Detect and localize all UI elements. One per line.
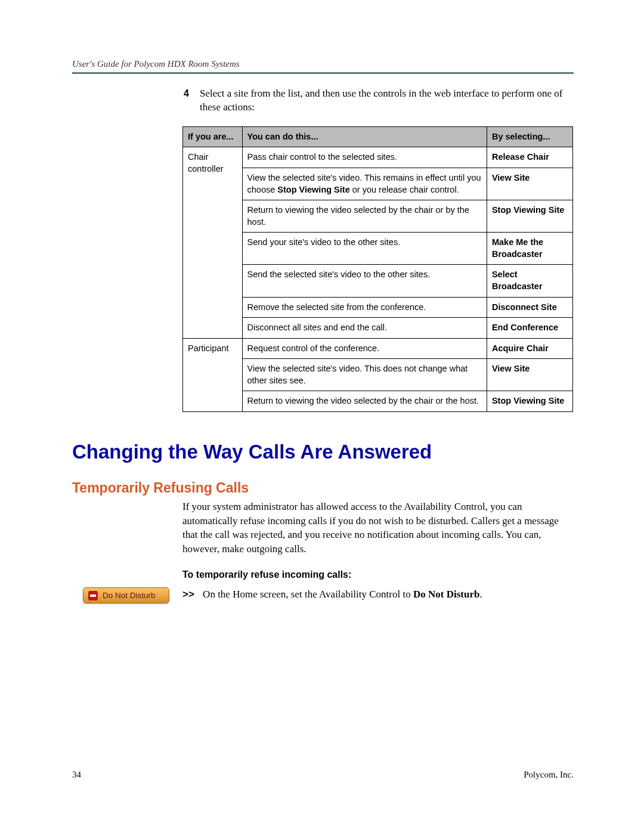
cell-action: View the selected site's video. This rem… xyxy=(242,168,487,200)
step-text: Select a site from the list, and then us… xyxy=(200,88,563,113)
footer: 34 Polycom, Inc. xyxy=(72,770,574,780)
content-area: 4 Select a site from the list, and then … xyxy=(72,87,574,602)
footer-company: Polycom, Inc. xyxy=(524,770,574,780)
cell-action: Send your site's video to the other site… xyxy=(242,233,487,265)
cell-select: Stop Viewing Site xyxy=(487,391,572,412)
do-not-disturb-icon xyxy=(88,591,98,600)
role-chair: Chair controller xyxy=(183,147,243,338)
col-you-can-do: You can do this... xyxy=(242,126,487,147)
cell-action: Return to viewing the video selected by … xyxy=(242,200,487,233)
cell-select: Select Broadcaster xyxy=(487,265,572,297)
actions-table: If you are... You can do this... By sele… xyxy=(182,126,573,412)
page: User's Guide for Polycom HDX Room System… xyxy=(0,0,644,833)
cell-select: Stop Viewing Site xyxy=(487,200,572,233)
cell-action: Return to viewing the video selected by … xyxy=(242,391,487,412)
cell-select: Disconnect Site xyxy=(487,297,572,318)
cell-select: Make Me the Broadcaster xyxy=(487,233,572,265)
cell-action: Pass chair control to the selected sites… xyxy=(242,147,487,168)
do-not-disturb-label: Do Not Disturb xyxy=(103,591,156,600)
heading-changing-way-calls-answered: Changing the Way Calls Are Answered xyxy=(72,441,574,463)
step-number: 4 xyxy=(184,87,189,100)
page-number: 34 xyxy=(72,770,81,780)
role-participant: Participant xyxy=(183,338,243,411)
step-arrow: >> xyxy=(182,589,194,600)
cell-action: Send the selected site's video to the ot… xyxy=(242,265,487,297)
table-row: Participant Request control of the confe… xyxy=(183,338,573,359)
cell-action: View the selected site's video. This doe… xyxy=(242,359,487,391)
cell-action: Request control of the conference. xyxy=(242,338,487,359)
table-header-row: If you are... You can do this... By sele… xyxy=(183,126,573,147)
procedure-heading: To temporarily refuse incoming calls: xyxy=(72,569,574,580)
table-row: Chair controller Pass chair control to t… xyxy=(183,147,573,168)
heading-temporarily-refusing-calls: Temporarily Refusing Calls xyxy=(72,480,574,496)
step-4: 4 Select a site from the list, and then … xyxy=(72,87,574,114)
header-rule xyxy=(72,72,574,74)
col-if-you-are: If you are... xyxy=(183,126,243,147)
col-by-selecting: By selecting... xyxy=(487,126,572,147)
cell-select: View Site xyxy=(487,168,572,200)
cell-select: View Site xyxy=(487,359,572,391)
cell-action: Remove the selected site from the confer… xyxy=(242,297,487,318)
cell-select: Release Chair xyxy=(487,147,572,168)
running-header: User's Guide for Polycom HDX Room System… xyxy=(72,59,574,69)
dnd-row: Do Not Disturb >> On the Home screen, se… xyxy=(72,587,574,602)
paragraph: If your system administrator has allowed… xyxy=(72,500,574,556)
cell-action: Disconnect all sites and end the call. xyxy=(242,318,487,339)
cell-select: Acquire Chair xyxy=(487,338,572,359)
do-not-disturb-button: Do Not Disturb xyxy=(83,587,169,603)
cell-select: End Conference xyxy=(487,318,572,339)
